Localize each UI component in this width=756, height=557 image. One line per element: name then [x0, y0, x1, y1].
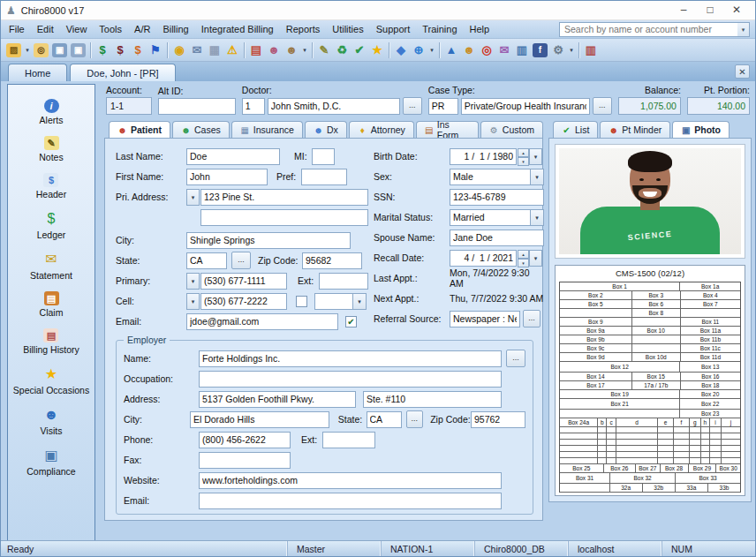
recall-date-dropdown-icon[interactable]: ▾: [529, 250, 542, 267]
phone-type-dropdown-icon[interactable]: ▾: [353, 293, 367, 310]
minimize-button[interactable]: –: [670, 2, 697, 19]
employer-fax-input[interactable]: [199, 452, 291, 469]
employer-address-input[interactable]: [199, 391, 356, 408]
tab-list[interactable]: ✔List: [553, 121, 598, 138]
employer-state-browse-button[interactable]: ...: [406, 410, 424, 428]
doctor-browse-button[interactable]: ...: [403, 97, 422, 115]
primary-phone-dropdown-icon[interactable]: ▾: [186, 273, 200, 290]
marketing-target-icon[interactable]: ◎: [478, 41, 495, 59]
case-code-input[interactable]: [428, 98, 458, 115]
mail-icon[interactable]: ✉: [188, 41, 206, 59]
alert-warning-icon[interactable]: ⚠: [223, 41, 241, 59]
payment-dollar-icon[interactable]: $: [94, 41, 111, 59]
tab-cases[interactable]: ☻Cases: [172, 121, 230, 138]
birth-date-input[interactable]: [450, 148, 517, 165]
open-folder-icon[interactable]: ▨: [6, 43, 21, 57]
menu-tools[interactable]: Tools: [93, 21, 128, 37]
last-name-input[interactable]: [186, 148, 280, 165]
search-input[interactable]: [560, 24, 737, 34]
system-window-icon[interactable]: ▥: [513, 41, 531, 59]
cell-input[interactable]: [200, 293, 287, 310]
recall-date-input[interactable]: [450, 250, 517, 267]
save-icon[interactable]: ▣: [52, 43, 67, 57]
charges-dollar-icon[interactable]: $: [111, 41, 129, 59]
employer-ext-input[interactable]: [322, 432, 375, 448]
facebook-icon[interactable]: f: [533, 43, 548, 57]
doctor-name-input[interactable]: [268, 98, 400, 115]
employer-phone-input[interactable]: [199, 432, 291, 448]
calendar-icon[interactable]: ▤: [247, 41, 265, 59]
search-dropdown-icon[interactable]: ▾: [737, 23, 749, 36]
case-browse-button[interactable]: ...: [593, 97, 612, 115]
sidebar-item-compliance[interactable]: ▣Compliance: [26, 447, 75, 477]
employer-email-input[interactable]: [199, 493, 502, 509]
case-desc-input[interactable]: [461, 98, 590, 115]
menu-utilities[interactable]: Utilities: [326, 21, 369, 37]
collections-icon[interactable]: ☻: [460, 41, 478, 59]
employer-suite-input[interactable]: [363, 391, 502, 408]
cell-checkbox[interactable]: [296, 296, 307, 307]
employer-website-input[interactable]: [199, 472, 502, 489]
tab-home[interactable]: Home: [8, 64, 67, 81]
save-all-icon[interactable]: ▣: [71, 43, 86, 57]
menu-help[interactable]: Help: [464, 21, 496, 37]
state-input[interactable]: [186, 252, 227, 269]
close-button[interactable]: ✕: [723, 2, 750, 19]
employer-zip-input[interactable]: [471, 411, 525, 428]
menu-training[interactable]: Training: [416, 21, 463, 37]
recall-date-spinner[interactable]: ▴▾: [518, 250, 529, 267]
tab-custom[interactable]: ⚙Custom: [480, 121, 543, 138]
tab-attorney[interactable]: ♦Attorney: [349, 121, 414, 138]
menu-billing[interactable]: Billing: [156, 21, 194, 37]
tab-ins-form[interactable]: ▤Ins Form: [416, 121, 479, 138]
sidebar-item-statement[interactable]: ✉Statement: [30, 251, 72, 281]
tab-close-icon[interactable]: ✕: [735, 64, 750, 79]
menu-reports[interactable]: Reports: [280, 21, 327, 37]
edit-pencil-icon[interactable]: ✎: [315, 41, 333, 59]
coin-icon[interactable]: ◉: [170, 41, 188, 59]
alt-id-input[interactable]: [158, 98, 236, 115]
add-plus-icon[interactable]: ⊕: [410, 41, 427, 59]
sidebar-item-visits[interactable]: ☻Visits: [41, 406, 63, 436]
tab-photo[interactable]: ▣Photo: [672, 121, 730, 138]
tab-insurance[interactable]: ▦Insurance: [231, 121, 303, 138]
find-folder-icon[interactable]: ◎: [34, 43, 49, 57]
reports-chart-icon[interactable]: ▲: [442, 41, 460, 59]
tab-dx[interactable]: ☻Dx: [305, 121, 347, 138]
tools-gear-icon[interactable]: ⚙: [549, 41, 567, 59]
address-dropdown-icon[interactable]: ▾: [186, 189, 200, 206]
flag-icon[interactable]: ⚑: [147, 41, 164, 59]
patients-icon[interactable]: ☻: [265, 41, 283, 59]
mail-merge-icon[interactable]: ✉: [495, 41, 513, 59]
email-checkbox[interactable]: ✔: [345, 316, 357, 327]
sidebar-item-notes[interactable]: ✎Notes: [39, 136, 63, 162]
tools-dropdown-icon[interactable]: ▾: [567, 47, 576, 54]
marital-dropdown-icon[interactable]: ▾: [531, 209, 544, 226]
sex-dropdown-icon[interactable]: ▾: [531, 169, 544, 185]
marital-select[interactable]: [450, 209, 531, 226]
zip-input[interactable]: [302, 252, 362, 269]
sidebar-item-billing-history[interactable]: ▤Billing History: [23, 328, 79, 355]
open-folder-dropdown-icon[interactable]: ▾: [23, 47, 32, 54]
ext-input[interactable]: [319, 273, 368, 290]
favorites-star-icon[interactable]: ★: [368, 41, 386, 59]
menu-file[interactable]: File: [3, 21, 31, 37]
address2-input[interactable]: [200, 209, 368, 226]
employer-browse-button[interactable]: ...: [506, 350, 525, 367]
doctor-number-input[interactable]: [242, 98, 265, 115]
mi-input[interactable]: [312, 148, 335, 165]
ssn-input[interactable]: [450, 189, 544, 206]
birth-date-spinner[interactable]: ▴▾: [518, 148, 529, 165]
employer-city-input[interactable]: [190, 411, 329, 428]
tab-pt-minder[interactable]: ☻Pt Minder: [600, 121, 670, 138]
statement-dollar-icon[interactable]: $: [129, 41, 147, 59]
employer-state-input[interactable]: [367, 411, 402, 428]
sidebar-item-special-occasions[interactable]: ★Special Occasions: [13, 365, 89, 395]
occupation-input[interactable]: [199, 371, 502, 388]
patient-card-icon[interactable]: ☻: [283, 41, 300, 59]
database-icon[interactable]: ▥: [582, 41, 600, 59]
verify-check-icon[interactable]: ✔: [351, 41, 368, 59]
address-input[interactable]: [200, 189, 368, 206]
sidebar-item-header[interactable]: $Header: [36, 173, 66, 199]
primary-phone-input[interactable]: [200, 273, 287, 290]
